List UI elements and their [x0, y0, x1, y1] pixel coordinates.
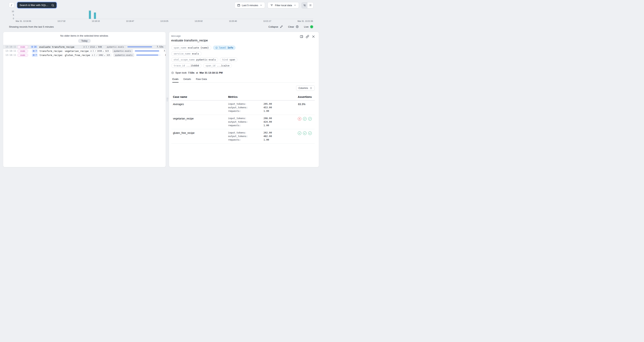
time-range-button[interactable]: Last 5 minutes: [234, 2, 265, 9]
clear-button[interactable]: Clear: [288, 25, 299, 28]
x-tick: 13:21:17: [263, 20, 271, 22]
x-tick: Mar 31. 13:21:55: [298, 20, 313, 22]
trace-row[interactable]: 13:18:11 evals 16 evaluate transform_rec…: [3, 45, 166, 49]
token-usage-pill[interactable]: ⊘ Σ ↗1030 ↙323: [88, 50, 110, 53]
metric-value: 205.00: [264, 102, 287, 105]
showing-records-text: Showing records from the last 5 minutes: [9, 25, 54, 28]
tab-details[interactable]: Details: [183, 78, 191, 82]
service-name-pill[interactable]: service_name evals: [171, 52, 202, 56]
search-sql-label: Search & filter with SQL...: [20, 4, 50, 7]
histogram-bar[interactable]: [89, 11, 91, 19]
x-tick: 13:17:32: [58, 20, 66, 22]
trace-timestamp: 13:18:11: [3, 50, 16, 52]
columns-label: Columns: [298, 87, 308, 89]
evals-table-header: Case name Metrics Assertions: [171, 94, 315, 100]
info-icon: [216, 47, 218, 49]
histogram-bar[interactable]: [94, 13, 96, 19]
resize-handle[interactable]: ⋮⋮: [166, 97, 168, 102]
span-title[interactable]: evaluate transform_recipe: [39, 46, 74, 48]
dock-panel-icon[interactable]: [300, 35, 303, 38]
children-count-badge[interactable]: 7: [32, 54, 38, 57]
waterfall-bar: [136, 55, 158, 56]
token-icon: ⊘: [92, 54, 93, 56]
metric-key: requests:: [228, 110, 264, 112]
span-title[interactable]: transform_recipe: vegetarian_recipe: [40, 50, 88, 53]
tree-view-toggle[interactable]: [302, 3, 308, 8]
service-tag-badge[interactable]: evals: [17, 50, 28, 53]
kind-pill[interactable]: kind span: [220, 58, 238, 62]
token-usage-pill[interactable]: ⊘ Σ ↗1082 ↙325: [90, 54, 112, 57]
slash-shortcut-key[interactable]: /: [9, 3, 14, 8]
span-name-pill[interactable]: span_name evaluate {name}: [171, 46, 211, 50]
list-view-icon: [309, 4, 312, 7]
panel-resize-gutter[interactable]: ⋮⋮: [166, 32, 169, 167]
child-count: 7: [36, 54, 37, 56]
otel-scope-name-pill[interactable]: otel_scope_name pydantic-evals: [171, 58, 218, 62]
main-content: No older items in the selected time wind…: [3, 32, 319, 167]
search-icon: [51, 4, 54, 7]
table-row[interactable]: gluten_free_recipe input_tokens:202.00 o…: [171, 129, 315, 143]
otel-scope-tag[interactable]: pydantic-evals: [114, 53, 134, 57]
collapse-icon: [280, 25, 283, 28]
pill-value: evaluate {name}: [188, 46, 209, 49]
sigma-icon: Σ: [92, 50, 94, 52]
span-waterfall[interactable]: [128, 46, 152, 48]
span-waterfall[interactable]: [136, 54, 160, 56]
metric-key: input_tokens:: [228, 102, 264, 105]
histogram-y-axis: 10 5 0: [9, 11, 16, 19]
filter-label: Filter local data: [275, 4, 292, 7]
close-icon[interactable]: [312, 35, 315, 38]
table-row[interactable]: vegetarian_recipe input_tokens:208.00 ou…: [171, 115, 315, 129]
token-usage-pill[interactable]: ⊘ Σ ↗2112 ↙648: [82, 45, 104, 49]
collapse-button[interactable]: Collapse: [268, 25, 283, 28]
output-tokens-value: 648: [98, 46, 102, 48]
record-kind-label: message: [171, 35, 315, 37]
trace-row[interactable]: 13:18:11 evals 7 transform_recipe: veget…: [3, 49, 166, 53]
histogram-plot[interactable]: [16, 11, 313, 19]
columns-button[interactable]: Columns: [296, 85, 315, 91]
sigma-icon: Σ: [86, 46, 87, 48]
table-row[interactable]: Averages input_tokens:205.00 output_toke…: [171, 100, 315, 115]
waterfall-bar: [135, 50, 159, 52]
pill-value: evals: [192, 52, 199, 55]
y-tick: 5: [13, 14, 14, 16]
metric-key: requests:: [228, 124, 264, 127]
case-name: vegetarian_recipe: [173, 117, 228, 120]
metric-value: 1.00: [264, 138, 287, 141]
empty-window-notice: No older items in the selected time wind…: [3, 34, 166, 37]
list-view-toggle[interactable]: [308, 3, 313, 8]
span-waterfall[interactable]: [134, 50, 159, 52]
span-title[interactable]: transform_recipe: gluten_free_recipe: [40, 54, 90, 57]
metric-key: output_tokens:: [228, 135, 264, 138]
assertion-pass-icon: [298, 131, 301, 135]
collapse-label: Collapse: [268, 25, 278, 28]
trace-row[interactable]: 13:18:11 evals 7 transform_recipe: glute…: [3, 53, 166, 57]
otel-scope-tag[interactable]: pydantic-evals: [105, 45, 126, 49]
copy-link-icon[interactable]: [306, 35, 309, 38]
histogram-x-axis: Mar 31. 13:16:55 13:17:32 13:18:10 13:18…: [16, 20, 313, 22]
tab-evals[interactable]: Evals: [172, 78, 178, 83]
metric-value: 202.00: [264, 131, 287, 134]
service-tag-badge[interactable]: evals: [17, 45, 28, 49]
input-tokens-value: 1030: [97, 50, 102, 52]
children-count-badge[interactable]: 16: [30, 45, 38, 49]
status-row: Showing records from the last 5 minutes …: [9, 25, 313, 29]
filter-local-data-button[interactable]: Filter local data: [268, 2, 299, 9]
search-sql-button[interactable]: Search & filter with SQL...: [17, 2, 57, 8]
service-tag-badge[interactable]: evals: [17, 54, 28, 57]
assertion-fail-icon: [298, 117, 301, 121]
pill-key: trace_id: [174, 64, 185, 67]
span-id-pill[interactable]: span_id ...1ca2ce: [203, 64, 232, 68]
live-toggle[interactable]: Live: [304, 25, 313, 28]
trace-id-pill[interactable]: trace_id ...15ddb8: [171, 64, 202, 68]
tab-raw-data[interactable]: Raw Data: [196, 78, 207, 82]
plus-box-icon: [33, 50, 35, 52]
child-count: 16: [34, 46, 36, 48]
header-case-name: Case name: [173, 95, 228, 98]
detail-tabs: Evals Details Raw Data: [171, 78, 315, 83]
trace-timestamp: 13:18:11: [3, 46, 16, 48]
otel-scope-tag[interactable]: pydantic-evals: [112, 49, 133, 53]
children-count-badge[interactable]: 7: [32, 50, 38, 53]
assertions-icons: [287, 131, 312, 135]
level-pill[interactable]: level Info: [213, 46, 236, 50]
